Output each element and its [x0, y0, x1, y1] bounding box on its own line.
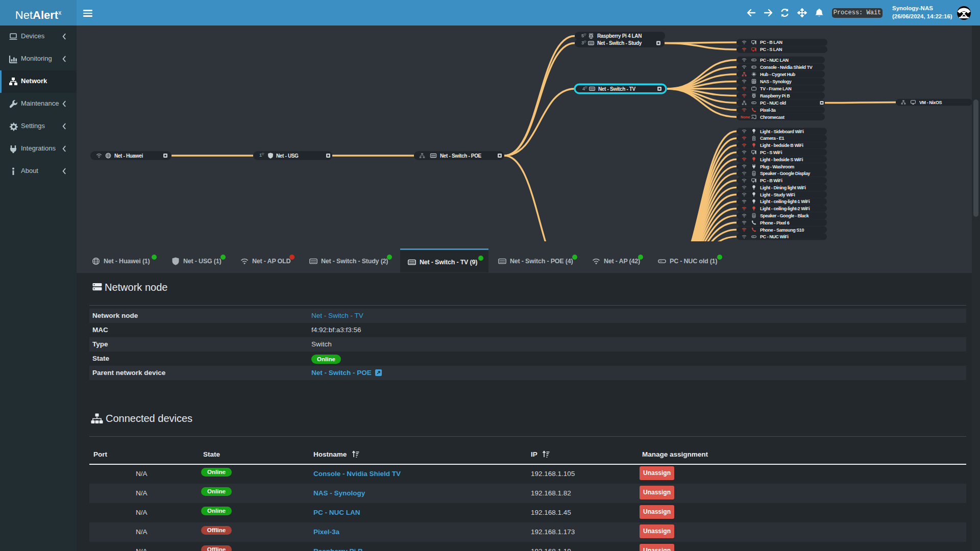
svg-text:None: None [741, 115, 750, 119]
svg-text:VM - NixOS: VM - NixOS [919, 100, 942, 105]
svg-text:PC - NUC LAN: PC - NUC LAN [760, 58, 789, 63]
svg-text:Net - Switch - TV: Net - Switch - TV [598, 86, 636, 92]
svg-text:5: 5 [581, 33, 584, 38]
svg-text:PC - B LAN: PC - B LAN [760, 40, 782, 45]
svg-text:Hub - Cygnet Hub: Hub - Cygnet Hub [760, 72, 796, 77]
svg-text:Net - Huawei: Net - Huawei [114, 153, 143, 159]
svg-text:Light - bedside S WiFi: Light - bedside S WiFi [760, 157, 803, 162]
svg-text:Raspberry Pi 4 LAN: Raspberry Pi 4 LAN [597, 33, 642, 39]
svg-text:PC - NUC WiFi: PC - NUC WiFi [760, 234, 789, 239]
svg-text:PC - NUC old: PC - NUC old [760, 101, 786, 106]
svg-text:Phone - Samsung S10: Phone - Samsung S10 [760, 228, 804, 233]
svg-text:Pixel-3a: Pixel-3a [760, 108, 776, 113]
svg-text:PC - S WiFi: PC - S WiFi [760, 150, 782, 155]
svg-text:Speaker - Google - Black: Speaker - Google - Black [760, 213, 810, 218]
svg-text:Camera - E1: Camera - E1 [760, 136, 785, 141]
svg-text:Light - Dining light WiFi: Light - Dining light WiFi [760, 185, 806, 190]
svg-text:NAS - Synology: NAS - Synology [760, 79, 792, 84]
svg-text:Net - Switch - Study: Net - Switch - Study [597, 40, 642, 46]
svg-text:Light - Sideboard WiFi: Light - Sideboard WiFi [760, 129, 804, 134]
svg-text:Chromecast: Chromecast [760, 115, 785, 120]
svg-text:3: 3 [581, 40, 584, 45]
svg-text:1: 1 [259, 153, 262, 158]
svg-text:Raspberry Pi B: Raspberry Pi B [760, 93, 790, 98]
svg-text:Light - ceiling-light-1 WiFi: Light - ceiling-light-1 WiFi [760, 199, 810, 204]
svg-text:Net - Switch - POE: Net - Switch - POE [440, 153, 482, 159]
svg-text:Light - bedside B WiFi: Light - bedside B WiFi [760, 143, 803, 148]
svg-text:Light - ceiling-light-2 WiFi: Light - ceiling-light-2 WiFi [760, 206, 810, 211]
svg-text:4: 4 [582, 86, 585, 91]
svg-text:PC - B WiFi: PC - B WiFi [760, 178, 782, 183]
svg-text:PC - S LAN: PC - S LAN [760, 47, 782, 52]
svg-text:TV - Frame LAN: TV - Frame LAN [760, 86, 791, 91]
svg-text:Phone - Pixel 6: Phone - Pixel 6 [760, 220, 790, 226]
svg-text:Speaker - Google Display: Speaker - Google Display [760, 171, 810, 176]
svg-text:Net - USG: Net - USG [276, 153, 299, 159]
svg-text:Light - Study WiFi: Light - Study WiFi [760, 192, 795, 197]
svg-text:Console - Nvidia Shield TV: Console - Nvidia Shield TV [760, 65, 813, 70]
svg-text:Plug - Washroom: Plug - Washroom [760, 164, 794, 169]
